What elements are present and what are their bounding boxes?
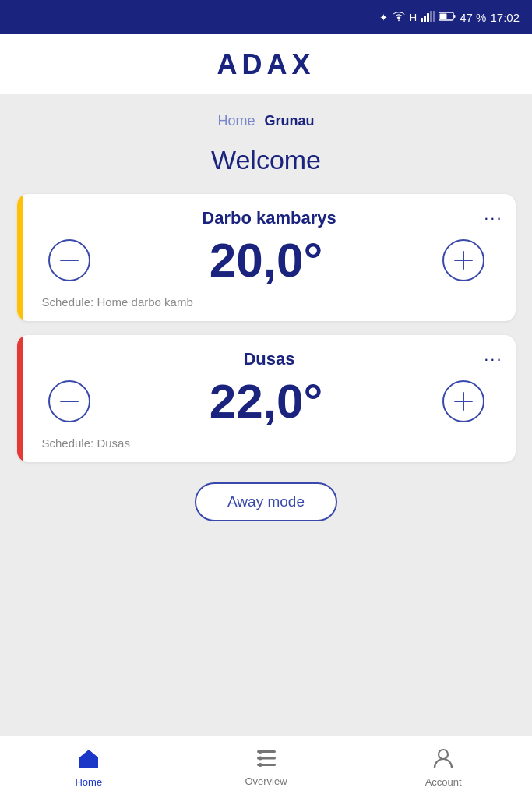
- increase-temp-dusas[interactable]: [442, 380, 484, 422]
- svg-rect-10: [463, 251, 464, 270]
- increase-temp-darbo[interactable]: [442, 239, 484, 281]
- device-name-dusas: Dusas: [39, 349, 500, 369]
- svg-rect-1: [424, 16, 426, 22]
- svg-point-21: [439, 750, 448, 759]
- nav-home[interactable]: Home: [0, 747, 178, 788]
- schedule-darbo: Schedule: Home darbo kamb: [33, 295, 500, 309]
- svg-rect-8: [60, 260, 79, 261]
- nav-home-label: Home: [75, 776, 102, 788]
- breadcrumb: Home Grunau: [217, 113, 314, 129]
- status-bar: ✦ H: [0, 0, 532, 34]
- nav-account-label: Account: [425, 776, 462, 788]
- h-signal-icon: H: [410, 12, 417, 23]
- temperature-dusas: 22,0°: [210, 377, 322, 425]
- card-accent-dusas: [17, 335, 23, 462]
- svg-point-19: [258, 756, 262, 760]
- svg-point-20: [258, 763, 262, 767]
- decrease-temp-dusas[interactable]: [48, 380, 90, 422]
- svg-rect-3: [430, 11, 432, 22]
- account-nav-icon: [432, 747, 454, 773]
- device-card-darbo: Darbo kambarys ··· 20,0° Schedule: Home …: [17, 194, 516, 321]
- card-header-dusas: Dusas: [33, 349, 500, 369]
- bottom-nav: Home Overview Account: [0, 736, 532, 798]
- main-content: Home Grunau Welcome Darbo kambarys ··· 2…: [0, 94, 532, 736]
- nav-overview-label: Overview: [245, 775, 287, 787]
- card-controls-darbo: 20,0°: [33, 236, 500, 284]
- card-header-darbo: Darbo kambarys: [33, 208, 500, 228]
- schedule-dusas: Schedule: Dusas: [33, 436, 500, 450]
- card-controls-dusas: 22,0°: [33, 377, 500, 425]
- app-logo: ADAX: [217, 48, 315, 81]
- nav-overview[interactable]: Overview: [178, 748, 355, 787]
- overview-nav-icon: [255, 748, 278, 772]
- card-accent-darbo: [17, 194, 23, 321]
- device-name-darbo: Darbo kambarys: [39, 208, 500, 228]
- device-menu-darbo[interactable]: ···: [484, 208, 502, 228]
- nav-account[interactable]: Account: [354, 747, 532, 788]
- app-header: ADAX: [0, 34, 532, 94]
- svg-rect-11: [60, 401, 79, 402]
- bluetooth-icon: ✦: [379, 12, 388, 23]
- svg-rect-13: [463, 392, 464, 411]
- breadcrumb-current[interactable]: Grunau: [265, 113, 315, 129]
- welcome-title: Welcome: [211, 145, 321, 175]
- svg-rect-4: [433, 11, 435, 22]
- svg-rect-7: [440, 13, 447, 19]
- clock: 17:02: [490, 11, 520, 24]
- svg-rect-0: [421, 18, 423, 22]
- breadcrumb-home[interactable]: Home: [217, 113, 255, 129]
- battery-percent: 47 %: [460, 11, 486, 24]
- device-menu-dusas[interactable]: ···: [484, 349, 502, 369]
- svg-rect-6: [454, 15, 456, 18]
- home-nav-icon: [77, 747, 100, 773]
- battery-icon: [439, 12, 456, 23]
- temperature-darbo: 20,0°: [210, 236, 322, 284]
- wifi-icon: [392, 11, 406, 24]
- device-card-dusas: Dusas ··· 22,0° Schedule: Dusas: [17, 335, 516, 462]
- away-mode-button[interactable]: Away mode: [195, 482, 337, 521]
- svg-rect-2: [427, 13, 429, 22]
- svg-rect-14: [86, 761, 92, 768]
- decrease-temp-darbo[interactable]: [48, 239, 90, 281]
- status-icons: ✦ H: [379, 11, 520, 24]
- signal-bars-icon: [421, 11, 435, 24]
- svg-point-18: [258, 750, 262, 754]
